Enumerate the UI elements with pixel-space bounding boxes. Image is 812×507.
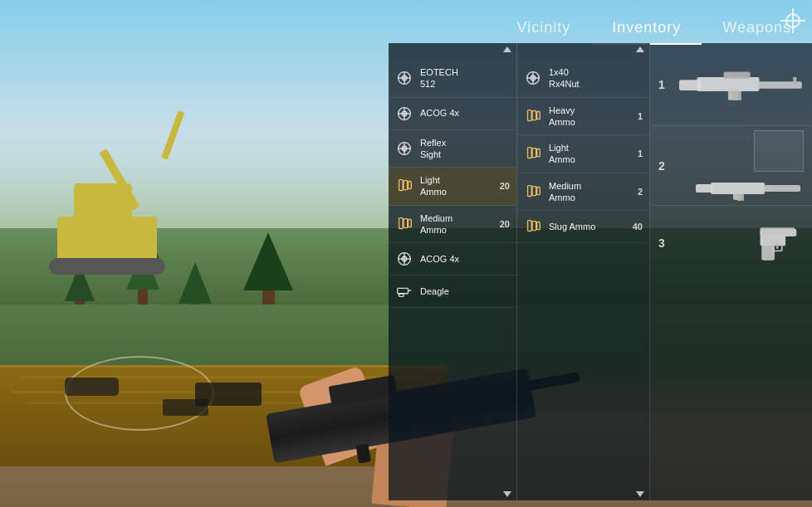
item-text: LightAmmo — [420, 174, 493, 198]
ammo-icon — [524, 144, 542, 163]
svg-rect-40 — [537, 222, 541, 230]
svg-rect-52 — [737, 194, 744, 201]
svg-rect-42 — [697, 77, 759, 91]
scope-icon — [395, 105, 413, 123]
svg-rect-38 — [528, 221, 532, 232]
nav-tabs: Vicinity Inventory Weapons — [389, 0, 812, 43]
svg-rect-44 — [732, 91, 741, 100]
weapon-slot-3[interactable]: 3 — [650, 206, 812, 280]
shotgun-image — [696, 176, 804, 201]
scroll-down-inventory[interactable] — [631, 488, 649, 500]
svg-rect-39 — [532, 222, 536, 231]
ammo-icon — [395, 215, 413, 233]
svg-rect-34 — [537, 149, 541, 157]
inventory-item-slug-ammo[interactable]: Slug Ammo 40 — [517, 211, 649, 243]
tab-inventory[interactable]: Inventory — [591, 12, 702, 43]
ground-item-scope — [65, 378, 119, 396]
svg-rect-47 — [793, 77, 796, 85]
slot-number-2: 2 — [658, 159, 671, 173]
scroll-up-arrow — [503, 46, 511, 52]
vicinity-panel: EOTECH512 ACOG 4x — [389, 43, 517, 500]
item-text: ReflexSight — [420, 137, 510, 161]
scroll-down-arrow — [503, 491, 511, 497]
pistol-image — [746, 221, 804, 266]
panel-area: EOTECH512 ACOG 4x — [389, 43, 812, 500]
svg-rect-32 — [528, 148, 532, 158]
svg-rect-58 — [761, 227, 795, 236]
weapon-slot-2[interactable]: 2 — [650, 126, 812, 206]
ammo-icon — [524, 217, 542, 236]
excavator — [41, 142, 207, 275]
svg-rect-17 — [408, 220, 412, 227]
vicinity-item-light-ammo[interactable]: LightAmmo 20 — [389, 168, 516, 206]
scroll-down-vicinity[interactable] — [498, 488, 516, 500]
svg-rect-31 — [537, 111, 541, 119]
vicinity-item-deagle[interactable]: Deagle — [389, 275, 516, 308]
item-text: Slug Ammo — [549, 221, 626, 232]
item-text: ACOG 4x — [420, 253, 510, 265]
item-text: MediumAmmo — [420, 212, 493, 236]
inventory-item-1x40[interactable]: 1x40Rx4Nut — [517, 60, 649, 98]
svg-rect-33 — [532, 149, 536, 158]
ammo-icon — [395, 177, 413, 195]
vicinity-item-medium-ammo[interactable]: MediumAmmo 20 — [389, 206, 516, 244]
pistol-icon — [395, 282, 413, 300]
tab-vicinity[interactable]: Vicinity — [496, 12, 592, 43]
scope-icon — [524, 69, 542, 87]
weapon-slot-1[interactable]: 1 — [650, 43, 812, 126]
inventory-item-heavy-ammo[interactable]: HeavyAmmo 1 — [517, 98, 649, 136]
svg-rect-16 — [404, 219, 408, 228]
slot-2-content — [679, 130, 804, 201]
slot-1-content — [679, 66, 804, 103]
svg-rect-13 — [404, 181, 408, 190]
svg-rect-23 — [399, 294, 404, 297]
item-text: EOTECH512 — [420, 66, 510, 90]
svg-rect-36 — [532, 187, 536, 196]
vicinity-item-eotech[interactable]: EOTECH512 — [389, 60, 516, 98]
svg-rect-48 — [696, 184, 712, 193]
svg-rect-46 — [724, 72, 751, 80]
scope-icon — [395, 69, 413, 87]
vicinity-items-list: EOTECH512 ACOG 4x — [389, 43, 516, 308]
inventory-item-medium-ammo[interactable]: MediumAmmo 2 — [517, 173, 649, 212]
svg-rect-37 — [537, 188, 541, 195]
scope-icon — [395, 250, 413, 268]
weapon-slot-empty-box — [754, 130, 804, 172]
svg-rect-57 — [776, 242, 779, 248]
item-text: MediumAmmo — [549, 180, 631, 204]
ammo-icon — [524, 183, 542, 201]
svg-rect-22 — [398, 289, 408, 294]
svg-rect-30 — [532, 110, 536, 119]
item-text: ACOG 4x — [420, 107, 510, 119]
slot-number-1: 1 — [658, 78, 671, 91]
svg-rect-14 — [408, 182, 412, 189]
assault-rifle-image — [679, 66, 804, 103]
svg-rect-29 — [528, 110, 532, 121]
svg-rect-12 — [399, 180, 404, 191]
vicinity-item-acog2[interactable]: ACOG 4x — [389, 243, 516, 275]
inventory-items-list: 1x40Rx4Nut HeavyAmmo 1 — [517, 43, 649, 243]
weapons-panel: 1 — [650, 43, 812, 500]
item-text: HeavyAmmo — [549, 105, 631, 129]
vicinity-item-acog[interactable]: ACOG 4x — [389, 98, 516, 130]
svg-rect-15 — [399, 218, 404, 229]
scroll-up-vicinity[interactable] — [498, 43, 516, 56]
scope-icon — [395, 139, 413, 158]
vicinity-item-reflex[interactable]: ReflexSight — [389, 130, 516, 168]
ui-overlay: Vicinity Inventory Weapons — [389, 0, 812, 507]
scroll-up-arrow-inv — [636, 46, 644, 52]
ammo-icon — [524, 107, 542, 125]
svg-rect-49 — [711, 183, 765, 194]
inventory-panel: 1x40Rx4Nut HeavyAmmo 1 — [517, 43, 650, 500]
scroll-up-inventory[interactable] — [631, 43, 649, 56]
svg-rect-35 — [528, 186, 532, 197]
inventory-item-light-ammo[interactable]: LightAmmo 1 — [517, 135, 649, 173]
item-text: Deagle — [420, 285, 510, 297]
slot-number-3: 3 — [658, 236, 671, 250]
scroll-down-arrow-inv — [636, 491, 644, 497]
item-text: 1x40Rx4Nut — [549, 66, 643, 90]
item-text: LightAmmo — [549, 142, 631, 166]
slot-3-content — [679, 221, 804, 266]
svg-rect-51 — [763, 185, 800, 192]
